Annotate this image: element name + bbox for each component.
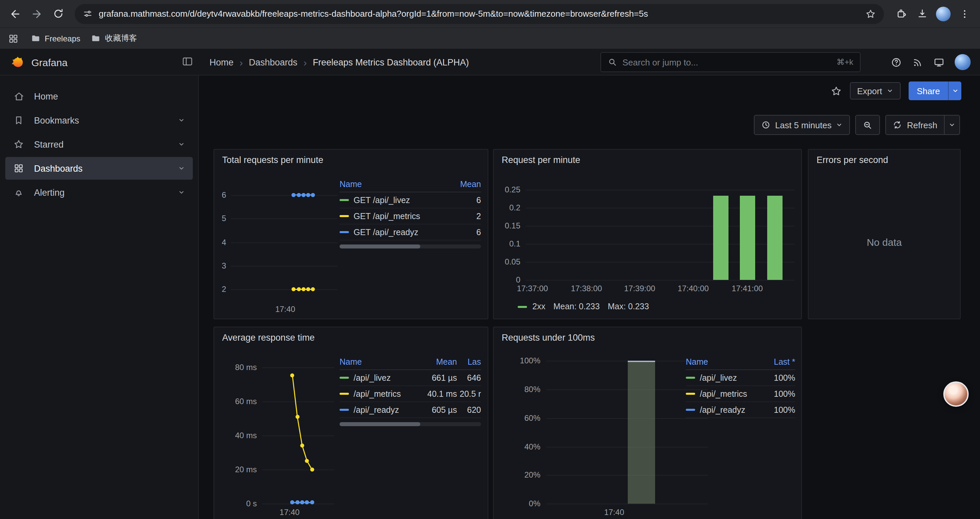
back-icon[interactable]: [5, 4, 25, 24]
bookmark-item[interactable]: Freeleaps: [25, 31, 86, 45]
breadcrumb-item[interactable]: Freeleaps Metrics Dashboard (ALPHA): [313, 57, 469, 67]
scrollbar-thumb[interactable]: [340, 422, 420, 426]
bookmark-star-icon[interactable]: [865, 8, 876, 19]
panel-request-per-minute[interactable]: Request per minute 2xxMean: 0.233Max: 0.…: [493, 149, 802, 319]
y-axis-label: 0.1: [494, 239, 520, 249]
legend-series-name[interactable]: 2xx: [532, 302, 546, 311]
floating-assistant-avatar[interactable]: [943, 382, 969, 407]
bookmark-item[interactable]: 收藏博客: [86, 31, 142, 46]
legend-value: 620: [457, 405, 481, 414]
legend-value: 100%: [765, 389, 795, 398]
legend-column-header[interactable]: Mean: [418, 357, 457, 366]
apps-grid-icon[interactable]: [8, 33, 19, 44]
help-icon[interactable]: [891, 56, 902, 68]
legend-row[interactable]: GET /api/_metrics2: [340, 208, 481, 224]
chevron-down-icon[interactable]: [178, 189, 185, 196]
sidebar-item-bookmarks[interactable]: Bookmarks: [5, 109, 193, 132]
news-rss-icon[interactable]: [912, 56, 923, 68]
address-bar[interactable]: grafana.mathmast.com/d/deytv4rwavabkb/fr…: [75, 4, 884, 24]
time-controls-row: Last 5 minutes Refresh: [199, 111, 980, 139]
legend-series-name[interactable]: GET /api/_readyz: [340, 227, 452, 237]
legend-series-name[interactable]: /api/_readyz: [340, 405, 418, 414]
legend-series-name[interactable]: /api/_livez: [340, 373, 418, 382]
sidebar-item-home[interactable]: Home: [5, 85, 193, 107]
sidebar-item-dashboards[interactable]: Dashboards: [5, 157, 193, 180]
search-input[interactable]: [622, 57, 831, 67]
refresh-button[interactable]: Refresh: [886, 115, 945, 135]
panel-total-requests-per-minute[interactable]: Total requests per minute NameMeanGET /a…: [213, 149, 488, 319]
data-point: [310, 468, 314, 471]
breadcrumb-item[interactable]: Home: [210, 57, 234, 67]
profile-avatar[interactable]: [933, 4, 953, 24]
legend-series-name[interactable]: GET /api/_metrics: [340, 211, 452, 221]
legend-row[interactable]: /api/_metrics40.1 ms20.5 r: [340, 386, 481, 402]
legend-row[interactable]: GET /api/_livez6: [340, 192, 481, 208]
browser-toolbar: grafana.mathmast.com/d/deytv4rwavabkb/fr…: [0, 0, 980, 27]
chevron-down-icon[interactable]: [178, 165, 185, 172]
share-button[interactable]: Share: [909, 81, 948, 100]
favorite-star-icon[interactable]: [830, 85, 842, 96]
url-text[interactable]: grafana.mathmast.com/d/deytv4rwavabkb/fr…: [99, 9, 859, 19]
x-axis-label: 17:38:00: [571, 284, 602, 293]
sidebar: HomeBookmarksStarredDashboardsAlerting: [0, 75, 199, 519]
gridline: [526, 280, 795, 281]
legend-column-header[interactable]: Name: [340, 357, 418, 366]
browser-menu-icon[interactable]: [955, 4, 975, 24]
y-axis-label: 80 ms: [214, 363, 257, 372]
series-color-icon: [340, 409, 349, 411]
user-avatar[interactable]: [955, 54, 970, 70]
panel-title[interactable]: Errors per second: [816, 155, 888, 165]
legend-series-name[interactable]: GET /api/_livez: [340, 195, 452, 205]
panel-average-response-time[interactable]: Average response time NameMeanLas/api/_l…: [213, 327, 488, 519]
panel-title[interactable]: Request per minute: [502, 155, 581, 165]
legend-column-header[interactable]: Mean: [452, 179, 481, 189]
chevron-down-icon[interactable]: [178, 141, 185, 148]
legend-column-header[interactable]: Name: [340, 179, 452, 189]
site-info-icon[interactable]: [83, 9, 93, 19]
panel-title[interactable]: Requests under 100ms: [502, 333, 595, 343]
chart-plot-area: [262, 362, 334, 504]
legend-row[interactable]: /api/_livez661 µs646: [340, 370, 481, 386]
y-axis-label: 2: [214, 285, 226, 294]
search-box[interactable]: ⌘+k: [600, 52, 861, 72]
forward-icon[interactable]: [27, 4, 47, 24]
legend-column-header[interactable]: Las: [457, 357, 481, 366]
extensions-icon[interactable]: [891, 4, 911, 24]
grafana-brand[interactable]: Grafana: [10, 49, 67, 75]
x-axis-label: 17:40: [604, 508, 624, 517]
panel-title[interactable]: Total requests per minute: [222, 155, 323, 165]
y-axis-label: 0: [494, 275, 520, 284]
series-name-text: /api/_readyz: [353, 405, 399, 414]
download-icon[interactable]: [912, 4, 932, 24]
kiosk-monitor-icon[interactable]: [933, 56, 945, 68]
legend-row[interactable]: /api/_readyz605 µs620: [340, 402, 481, 418]
share-dropdown-button[interactable]: [948, 81, 961, 100]
header-icons: [891, 49, 970, 75]
legend-column-header[interactable]: Last *: [765, 357, 795, 366]
breadcrumb-item[interactable]: Dashboards: [249, 57, 298, 67]
reload-icon[interactable]: [48, 4, 68, 24]
dock-menu-icon[interactable]: [181, 56, 194, 67]
legend-row[interactable]: GET /api/_readyz6: [340, 224, 481, 241]
gridline: [546, 475, 708, 476]
panel-requests-under-100ms[interactable]: Requests under 100ms NameLast */api/_liv…: [493, 327, 802, 519]
sidebar-item-starred[interactable]: Starred: [5, 133, 193, 156]
panel-errors-per-second[interactable]: Errors per second No data: [808, 149, 961, 319]
panel-title[interactable]: Average response time: [222, 333, 315, 343]
chevron-down-icon[interactable]: [178, 117, 185, 124]
legend-scrollbar[interactable]: [340, 244, 481, 249]
legend-scrollbar[interactable]: [340, 422, 481, 426]
sidebar-item-alerting[interactable]: Alerting: [5, 181, 193, 204]
y-axis-label: 0.25: [494, 185, 520, 194]
legend-series-name[interactable]: /api/_metrics: [340, 389, 418, 398]
y-axis-label: 60 ms: [214, 396, 257, 406]
export-button[interactable]: Export: [850, 82, 900, 99]
zoom-out-button[interactable]: [856, 115, 880, 135]
scrollbar-thumb[interactable]: [340, 244, 420, 249]
bell-icon: [13, 187, 25, 198]
breadcrumb-separator-icon: ›: [240, 56, 243, 68]
time-range-picker[interactable]: Last 5 minutes: [754, 115, 850, 135]
refresh-interval-dropdown[interactable]: [945, 115, 960, 135]
chart-plot-area: [231, 183, 337, 301]
share-split-button: Share: [909, 81, 961, 100]
